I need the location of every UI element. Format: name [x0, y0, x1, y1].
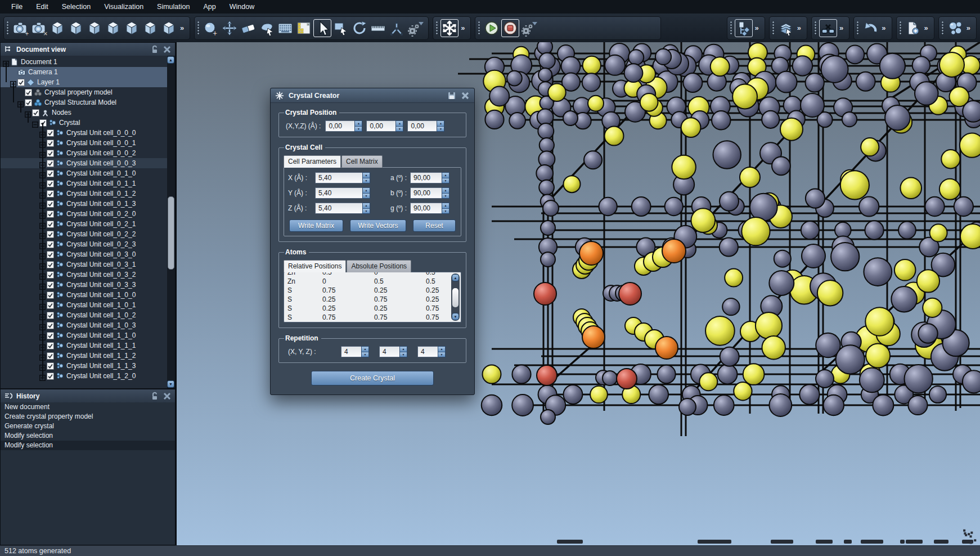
spin-up-button[interactable]: ▲ — [396, 121, 403, 127]
close-icon[interactable] — [163, 45, 172, 54]
cube-button[interactable] — [141, 19, 159, 37]
close-icon[interactable] — [163, 392, 172, 401]
cube-selected-button[interactable] — [48, 19, 66, 37]
tree-item-crystal-unit-cell-1-1-1[interactable]: Crystal Unit cell_1_1_1 — [1, 340, 175, 351]
ruler-button[interactable] — [369, 19, 387, 37]
camera-remove-button[interactable]: × — [30, 19, 48, 37]
atoms-table[interactable]: Zn0.500.5Zn00.50.5S0.750.250.25S0.250.75… — [284, 272, 461, 322]
visibility-checkbox[interactable] — [47, 190, 54, 198]
add-atom-button[interactable]: + — [202, 19, 220, 37]
menu-item-app[interactable]: App — [196, 1, 222, 12]
toolbar-overflow[interactable]: » — [178, 19, 186, 37]
translate-button[interactable] — [221, 19, 239, 37]
visibility-checkbox[interactable] — [47, 302, 54, 309]
scroll-up-button[interactable]: ▲ — [167, 56, 174, 64]
spin-down-button[interactable]: ▼ — [437, 127, 444, 132]
tree-item-crystal-unit-cell-0-2-3[interactable]: Crystal Unit cell_0_2_3 — [1, 239, 175, 249]
tree-item-crystal-property-model[interactable]: Crystal property model — [1, 87, 175, 97]
scroll-down-button[interactable]: ▼ — [167, 380, 174, 388]
visibility-checkbox[interactable] — [47, 129, 54, 137]
spin-up-button[interactable]: ▲ — [400, 347, 407, 352]
undo-button[interactable] — [861, 19, 879, 37]
visibility-checkbox[interactable] — [47, 251, 54, 258]
camera-add-button[interactable]: + — [11, 19, 29, 37]
tree-item-crystal-unit-cell-0-2-2[interactable]: Crystal Unit cell_0_2_2 — [1, 229, 175, 239]
visibility-checkbox[interactable] — [47, 231, 54, 238]
tree-item-crystal-unit-cell-1-0-3[interactable]: Crystal Unit cell_1_0_3 — [1, 320, 175, 330]
lasso-select-button[interactable] — [258, 19, 276, 37]
spin-value-box[interactable]: 4 — [341, 346, 361, 357]
tree-item-camera-1[interactable]: Camera 1 — [1, 67, 175, 77]
visibility-checkbox[interactable] — [47, 180, 54, 187]
spin-down-button[interactable]: ▼ — [362, 352, 368, 357]
tree-item-layer-1[interactable]: Layer 1 — [1, 77, 175, 87]
scroll-down-button[interactable]: ▼ — [452, 313, 459, 320]
close-icon[interactable] — [461, 91, 470, 100]
menu-item-selection[interactable]: Selection — [55, 1, 97, 12]
spin-value-box[interactable]: 5,40 — [315, 203, 362, 214]
eraser-button[interactable] — [239, 19, 257, 37]
tree-item-crystal-unit-cell-1-1-3[interactable]: Crystal Unit cell_1_1_3 — [1, 361, 175, 371]
cube-button[interactable] — [123, 19, 141, 37]
spin-value-box[interactable]: 4 — [379, 346, 399, 357]
spin-value-box[interactable]: 90,00 — [410, 172, 442, 183]
atoms-table-row[interactable]: S0.750.250.25 — [284, 286, 451, 295]
spin-down-button[interactable]: ▼ — [442, 194, 449, 199]
atoms-table-row[interactable]: S0.250.750.25 — [284, 295, 451, 304]
cell-length-spinbox-0[interactable]: 5,40▲▼ — [315, 172, 370, 183]
cube-button[interactable] — [86, 19, 104, 37]
tree-item-crystal-unit-cell-1-1-2[interactable]: Crystal Unit cell_1_1_2 — [1, 351, 175, 361]
spin-value-box[interactable]: 5,40 — [315, 172, 362, 183]
position-spinbox-0[interactable]: 0,00▲▼ — [325, 120, 362, 132]
toolbar-overflow[interactable]: » — [923, 19, 930, 37]
tree-item-crystal-unit-cell-0-3-0[interactable]: Crystal Unit cell_0_3_0 — [1, 249, 175, 259]
tree-item-crystal-unit-cell-1-0-1[interactable]: Crystal Unit cell_1_0_1 — [1, 300, 175, 310]
play-simulation-button[interactable] — [483, 19, 501, 37]
spin-up-button[interactable]: ▲ — [362, 347, 368, 352]
spin-up-button[interactable]: ▲ — [437, 121, 444, 127]
atoms-table-row[interactable]: S0.750.750.75 — [284, 313, 451, 322]
tree-item-crystal-unit-cell-0-1-2[interactable]: Crystal Unit cell_0_1_2 — [1, 189, 175, 199]
spin-down-button[interactable]: ▼ — [438, 352, 445, 357]
spin-down-button[interactable]: ▼ — [442, 178, 449, 183]
cube-button[interactable] — [104, 19, 122, 37]
tree-item-crystal-unit-cell-1-0-0[interactable]: Crystal Unit cell_1_0_0 — [1, 290, 175, 300]
molecule-button[interactable] — [946, 19, 964, 37]
menu-item-simulation[interactable]: Simulation — [150, 1, 196, 12]
lock-icon[interactable] — [150, 392, 159, 401]
spin-down-button[interactable]: ▼ — [442, 209, 449, 214]
cell-tab-cell-parameters[interactable]: Cell Parameters — [284, 155, 341, 168]
save-icon[interactable] — [447, 91, 456, 100]
history-item[interactable]: New document — [1, 402, 175, 412]
spin-value-box[interactable]: 5,40 — [315, 187, 362, 199]
visibility-checkbox[interactable] — [47, 271, 54, 279]
tree-item-crystal-unit-cell-0-0-3[interactable]: Crystal Unit cell_0_0_3 — [1, 158, 175, 168]
settings-gears-button[interactable] — [520, 19, 538, 37]
hide-glasses-button[interactable] — [819, 19, 837, 37]
visibility-checkbox[interactable] — [47, 200, 54, 208]
repetition-spinbox-2[interactable]: 4▲▼ — [417, 346, 446, 357]
spin-down-button[interactable]: ▼ — [363, 194, 370, 199]
spin-value-box[interactable]: 4 — [417, 346, 438, 357]
menu-item-window[interactable]: Window — [223, 1, 261, 12]
atoms-scrollbar[interactable]: ▲ ▼ — [451, 273, 460, 321]
spin-down-button[interactable]: ▼ — [400, 352, 407, 357]
spin-up-button[interactable]: ▲ — [438, 347, 445, 352]
spin-value-box[interactable]: 0,00 — [366, 120, 395, 132]
tree-item-crystal-unit-cell-0-0-1[interactable]: Crystal Unit cell_0_0_1 — [1, 138, 175, 148]
visibility-checkbox[interactable] — [17, 79, 25, 86]
settings-gears-button[interactable] — [406, 19, 424, 37]
spin-up-button[interactable]: ▲ — [363, 203, 370, 209]
toolbar-overflow[interactable]: » — [753, 19, 761, 37]
visibility-checkbox[interactable] — [47, 221, 54, 228]
spin-down-button[interactable]: ▼ — [396, 127, 403, 132]
snowflake-minimizer-button[interactable] — [440, 19, 458, 37]
tree-item-crystal-unit-cell-0-3-3[interactable]: Crystal Unit cell_0_3_3 — [1, 280, 175, 290]
collapse-icon[interactable] — [32, 120, 38, 126]
history-item[interactable]: Modify selection — [1, 431, 175, 441]
tree-scrollbar[interactable]: ▲▼ — [167, 56, 175, 388]
cell-angle-spinbox-0[interactable]: 90,00▲▼ — [410, 172, 449, 183]
tree-item-crystal-unit-cell-0-3-1[interactable]: Crystal Unit cell_0_3_1 — [1, 259, 175, 270]
visibility-checkbox[interactable] — [32, 109, 39, 116]
spin-up-button[interactable]: ▲ — [442, 203, 449, 209]
